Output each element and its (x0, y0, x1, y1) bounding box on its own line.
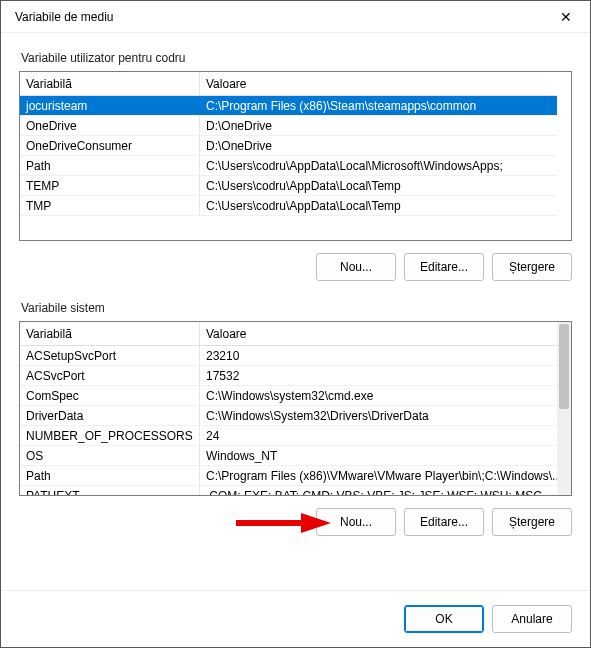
user-vars-list[interactable]: Variabilă Valoare jocuristeamC:\Program … (19, 71, 572, 241)
cancel-button[interactable]: Anulare (492, 605, 572, 633)
user-vars-buttons: Nou... Editare... Ștergere (19, 241, 572, 287)
cell-variable: NUMBER_OF_PROCESSORS (20, 426, 200, 445)
cell-value: C:\Users\codru\AppData\Local\Microsoft\W… (200, 156, 557, 175)
cell-variable: TEMP (20, 176, 200, 195)
cell-variable: ComSpec (20, 386, 200, 405)
cell-variable: OneDriveConsumer (20, 136, 200, 155)
user-vars-section: Variabile utilizator pentru codru Variab… (19, 45, 572, 287)
table-row[interactable]: ACSvcPort17532 (20, 366, 557, 386)
col-header-value[interactable]: Valoare (200, 72, 557, 95)
cell-value: C:\Program Files (x86)\Steam\steamapps\c… (200, 96, 557, 115)
table-row[interactable]: OneDriveD:\OneDrive (20, 116, 557, 136)
system-vars-list-inner: Variabilă Valoare ACSetupSvcPort23210ACS… (20, 322, 557, 495)
table-row[interactable]: ACSetupSvcPort23210 (20, 346, 557, 366)
table-row[interactable]: PATHEXT.COM;.EXE;.BAT;.CMD;.VBS;.VBE;.JS… (20, 486, 557, 495)
cell-value: .COM;.EXE;.BAT;.CMD;.VBS;.VBE;.JS;.JSE;.… (200, 486, 557, 495)
system-edit-button[interactable]: Editare... (404, 508, 484, 536)
cell-value: C:\Users\codru\AppData\Local\Temp (200, 176, 557, 195)
cell-value: 24 (200, 426, 557, 445)
cell-value: C:\Windows\System32\Drivers\DriverData (200, 406, 557, 425)
cell-variable: TMP (20, 196, 200, 215)
table-row[interactable]: PathC:\Users\codru\AppData\Local\Microso… (20, 156, 557, 176)
close-button[interactable]: ✕ (550, 3, 582, 31)
cell-value: C:\Program Files (x86)\VMware\VMware Pla… (200, 466, 557, 485)
user-vars-header: Variabilă Valoare (20, 72, 557, 96)
system-vars-label: Variabile sistem (19, 295, 572, 321)
cell-variable: DriverData (20, 406, 200, 425)
table-row[interactable]: OneDriveConsumerD:\OneDrive (20, 136, 557, 156)
cell-value: D:\OneDrive (200, 116, 557, 135)
cell-value: C:\Windows\system32\cmd.exe (200, 386, 557, 405)
table-row[interactable]: NUMBER_OF_PROCESSORS24 (20, 426, 557, 446)
table-row[interactable]: jocuristeamC:\Program Files (x86)\Steam\… (20, 96, 557, 116)
system-vars-header: Variabilă Valoare (20, 322, 557, 346)
cell-value: D:\OneDrive (200, 136, 557, 155)
table-row[interactable]: TEMPC:\Users\codru\AppData\Local\Temp (20, 176, 557, 196)
dialog-footer: OK Anulare (1, 590, 590, 647)
window-title: Variabile de mediu (15, 10, 114, 24)
env-vars-dialog: Variabile de mediu ✕ Variabile utilizato… (0, 0, 591, 648)
cell-variable: PATHEXT (20, 486, 200, 495)
ok-button[interactable]: OK (404, 605, 484, 633)
cell-value: 17532 (200, 366, 557, 385)
user-vars-list-inner: Variabilă Valoare jocuristeamC:\Program … (20, 72, 557, 240)
cell-value: 23210 (200, 346, 557, 365)
system-delete-button[interactable]: Ștergere (492, 508, 572, 536)
table-row[interactable]: PathC:\Program Files (x86)\VMware\VMware… (20, 466, 557, 486)
content-area: Variabile utilizator pentru codru Variab… (1, 33, 590, 590)
table-row[interactable]: TMPC:\Users\codru\AppData\Local\Temp (20, 196, 557, 216)
system-vars-list[interactable]: Variabilă Valoare ACSetupSvcPort23210ACS… (19, 321, 572, 496)
user-vars-label: Variabile utilizator pentru codru (19, 45, 572, 71)
user-new-button[interactable]: Nou... (316, 253, 396, 281)
cell-variable: ACSvcPort (20, 366, 200, 385)
cell-variable: ACSetupSvcPort (20, 346, 200, 365)
user-edit-button[interactable]: Editare... (404, 253, 484, 281)
cell-variable: Path (20, 156, 200, 175)
close-icon: ✕ (560, 9, 572, 25)
col-header-variable[interactable]: Variabilă (20, 322, 200, 345)
table-row[interactable]: ComSpecC:\Windows\system32\cmd.exe (20, 386, 557, 406)
cell-value: C:\Users\codru\AppData\Local\Temp (200, 196, 557, 215)
table-row[interactable]: DriverDataC:\Windows\System32\Drivers\Dr… (20, 406, 557, 426)
cell-variable: OS (20, 446, 200, 465)
titlebar: Variabile de mediu ✕ (1, 1, 590, 33)
cell-variable: OneDrive (20, 116, 200, 135)
system-scrollbar[interactable] (557, 322, 571, 495)
cell-value: Windows_NT (200, 446, 557, 465)
table-row[interactable]: OSWindows_NT (20, 446, 557, 466)
cell-variable: Path (20, 466, 200, 485)
col-header-variable[interactable]: Variabilă (20, 72, 200, 95)
system-vars-buttons: Nou... Editare... Ștergere (19, 496, 572, 542)
system-vars-section: Variabile sistem Variabilă Valoare ACSet… (19, 295, 572, 542)
scrollbar-thumb[interactable] (559, 324, 569, 409)
col-header-value[interactable]: Valoare (200, 322, 557, 345)
user-delete-button[interactable]: Ștergere (492, 253, 572, 281)
system-new-button[interactable]: Nou... (316, 508, 396, 536)
cell-variable: jocuristeam (20, 96, 200, 115)
